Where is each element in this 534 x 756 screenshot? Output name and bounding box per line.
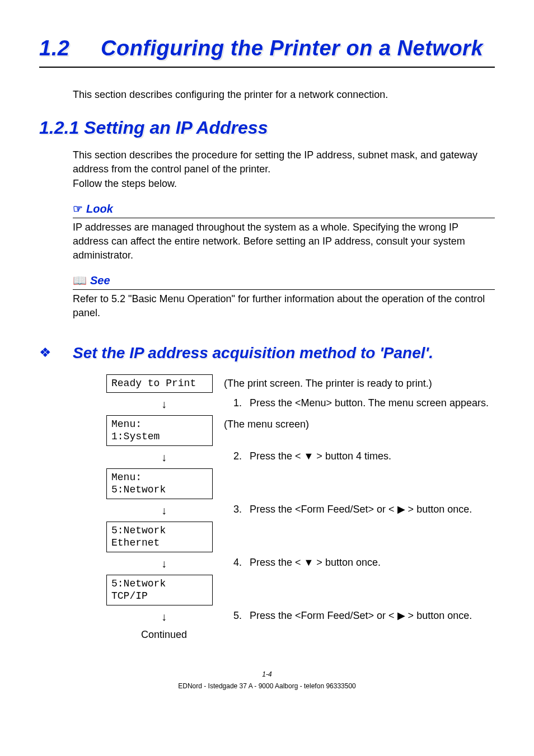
diamond-bullet-icon: ❖ (39, 343, 73, 363)
heading-1-number: 1.2 (39, 34, 101, 63)
heading-1: 1.2 Configuring the Printer on a Network (39, 34, 495, 63)
look-body: IP addresses are managed throughout the … (73, 220, 495, 263)
heading-1-text: Configuring the Printer on a Network (101, 34, 483, 63)
book-icon: 📖 (73, 273, 87, 288)
paragraph-1: This section describes the procedure for… (73, 148, 495, 191)
continued-label: Continued (106, 628, 222, 642)
look-rule (73, 218, 495, 218)
step-text-1: Press the <Menu> button. The menu screen… (245, 396, 495, 410)
down-arrow-icon: ↓ (106, 396, 222, 412)
down-arrow-icon: ↓ (106, 556, 222, 571)
step-list: Ready to Print (The print screen. The pr… (106, 374, 495, 642)
paragraph-1-line2: Follow the steps below. (73, 178, 177, 189)
heading-2: 1.2.1 Setting an IP Address (39, 115, 495, 140)
step-text-2: Press the < ▼ > button 4 times. (245, 449, 495, 463)
lcd-display-3: 5:Network Ethernet (106, 522, 213, 552)
heading-3: Set the IP address acquisition method to… (73, 343, 433, 363)
down-arrow-icon: ↓ (106, 449, 222, 465)
down-arrow-icon: ↓ (106, 609, 222, 624)
lcd-display-1: Menu: 1:System (106, 415, 213, 446)
see-body: Refer to 5.2 "Basic Menu Operation" for … (73, 292, 495, 320)
look-label: Look (86, 201, 113, 217)
heading-1-rule (39, 67, 495, 68)
step-number-4: 4. (222, 556, 245, 570)
down-arrow-icon: ↓ (106, 503, 222, 518)
paragraph-1-line1: This section describes the procedure for… (73, 149, 477, 175)
step-text-4: Press the < ▼ > button once. (245, 556, 495, 570)
step-number-2: 2. (222, 449, 245, 463)
page-number: 1-4 (39, 670, 495, 679)
step-number-1: 1. (222, 396, 245, 410)
lcd-note-1: (The menu screen) (213, 415, 309, 431)
step-number-5: 5. (222, 609, 245, 623)
lcd-display-4: 5:Network TCP/IP (106, 575, 213, 605)
lcd-note-0: (The print screen. The printer is ready … (213, 374, 432, 391)
heading-3-wrap: ❖ Set the IP address acquisition method … (39, 343, 495, 363)
lcd-display-2: Menu: 5:Network (106, 468, 213, 499)
see-label: See (90, 273, 110, 288)
pointing-hand-icon: ☞ (73, 201, 83, 217)
look-callout-title: ☞ Look (73, 201, 495, 217)
see-rule (73, 289, 495, 290)
step-text-5: Press the <Form Feed/Set> or < ▶ > butto… (245, 609, 495, 623)
step-text-3: Press the <Form Feed/Set> or < ▶ > butto… (245, 503, 495, 516)
intro-paragraph: This section describes configuring the p… (73, 88, 495, 102)
step-number-3: 3. (222, 503, 245, 516)
footer-text: EDNord - Istedgade 37 A - 9000 Aalborg -… (39, 682, 495, 691)
see-callout-title: 📖 See (73, 273, 495, 288)
lcd-display-0: Ready to Print (106, 374, 213, 393)
